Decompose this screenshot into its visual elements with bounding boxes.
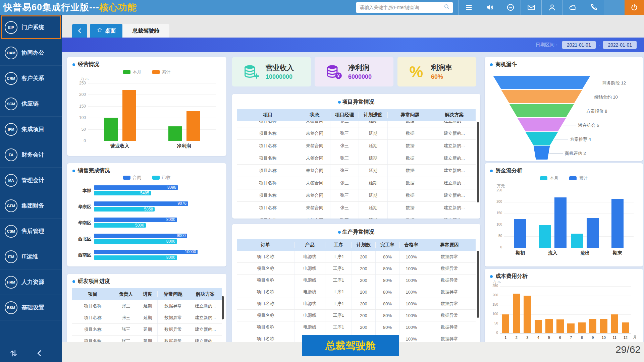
sidebar-item-ma[interactable]: MA管理会计 <box>0 168 62 193</box>
sidebar-item-oam[interactable]: OAM协同办公 <box>0 40 62 66</box>
cell: 工序1 <box>325 263 351 274</box>
sidebar-item-bsm[interactable]: BSM基础设置 <box>0 295 62 320</box>
y-tick-label: 100 <box>75 115 86 120</box>
bar <box>545 319 553 333</box>
table-row[interactable]: 项目名称未签合同张三延期数据建立新的... <box>237 165 476 177</box>
cell: 工序1 <box>325 275 351 286</box>
panel-title-row: 研发项目进度 <box>67 274 226 286</box>
gridline <box>88 106 216 107</box>
sidebar-item-fa[interactable]: FA财务会计 <box>0 142 62 168</box>
sidebar-item-crm[interactable]: CRM客户关系 <box>0 66 62 91</box>
table-row[interactable]: 项目名称未签合同张三延期数据建立新的... <box>237 189 476 202</box>
search-input[interactable] <box>359 4 443 10</box>
table-row[interactable]: 项目名称未签合同张三延期数据建立新的... <box>237 152 476 165</box>
scrollbar-thumb[interactable] <box>222 296 224 319</box>
table-row[interactable]: 项目名称电源线工序120080%100%数据异常 <box>237 298 476 310</box>
panel-sales-completion: 销售完成情况 合同已收本部80985485华东区90765858华南区80005… <box>67 163 226 266</box>
table-row[interactable]: 项目名称张三延期数据异常建立新的... <box>72 312 222 324</box>
cost-analysis-chart: 万元050100150200250123456789101112月 <box>485 279 643 342</box>
im-icon[interactable]: IM <box>500 0 521 15</box>
header-cell: 负责人 <box>114 291 138 297</box>
date-start-input[interactable]: 2021-01-01 <box>562 41 596 49</box>
sidebar-item-label: IT运维 <box>21 253 38 260</box>
bar <box>587 218 599 248</box>
speaker-icon[interactable] <box>479 0 500 15</box>
sidebar-item-label: 财务会计 <box>21 151 44 159</box>
table-row[interactable]: 项目名称电源线工序120080%100%数据异常 <box>237 263 476 275</box>
legend-item: 本月 <box>540 175 558 181</box>
y-tick-label: 150 <box>75 104 86 109</box>
panel-business-overview: 经营情况 本月累计万元050100150200250营业收入净利润 <box>67 57 226 156</box>
sidebar-item-ipm[interactable]: IPM集成项目 <box>0 117 62 142</box>
power-icon[interactable] <box>625 0 644 15</box>
table-row[interactable]: 项目名称电源线工序120080%100%数据异常 <box>237 251 476 263</box>
table-row[interactable]: 项目名称张三延期数据异常建立新的... <box>72 300 222 312</box>
back-arrow-button[interactable] <box>72 24 87 38</box>
tab-cockpit-label: 总裁驾驶舱 <box>132 27 159 35</box>
chart-plot: 050100150200250期初流入流出期末 <box>504 191 634 248</box>
search-icon[interactable] <box>443 3 450 11</box>
sidebar-item-hrm[interactable]: HRM人力资源 <box>0 269 62 295</box>
funnel-connector-line <box>554 139 568 139</box>
kpi-label: 利润率 <box>431 63 452 72</box>
scrollbar-thumb[interactable] <box>477 251 479 318</box>
cloud-icon[interactable] <box>562 0 583 15</box>
table-row[interactable]: 项目名称张三延期数据异常建立新的... <box>72 324 222 336</box>
table-row[interactable]: 项目名称电源线工序120080%100%数据异常 <box>237 275 476 286</box>
table-row[interactable]: 项目名称未签合同张三延期数据建立新的... <box>237 177 476 189</box>
bar: 5000 <box>94 223 146 228</box>
y-tick-label: 100 <box>487 312 498 316</box>
sidebar-item-csm[interactable]: CSM售后管理 <box>0 219 62 244</box>
table-row[interactable]: 项目名称张三延期数据异常建立新的... <box>72 336 222 342</box>
kpi-text: 营业收入 10000000 <box>266 63 294 80</box>
list-icon[interactable] <box>458 0 479 15</box>
cell: 延期 <box>359 140 387 152</box>
gridline <box>500 333 631 334</box>
sidebar-item-gfm[interactable]: GFM集团财务 <box>0 193 62 219</box>
cell: 未签合同 <box>299 214 330 219</box>
table-header-row: 订单产品工序计划数完工率合格率异常原因 <box>237 239 476 251</box>
cell: 数据 <box>387 140 433 152</box>
legend-item: 累计 <box>152 69 171 75</box>
table-row[interactable]: 项目名称电源线工序120080%100%数据异常 <box>237 321 476 333</box>
cell: 张三 <box>330 202 359 214</box>
bar: 9076 <box>94 201 188 206</box>
x-category-label: 10 <box>598 336 609 340</box>
x-category-label: 期初 <box>504 250 537 256</box>
cell: 数据 <box>387 127 433 139</box>
cell: 数据异常 <box>157 324 189 335</box>
user-icon[interactable] <box>541 0 562 15</box>
sidebar-item-itm[interactable]: ITMIT运维 <box>0 244 62 269</box>
phone-icon[interactable] <box>583 0 604 15</box>
tab-desktop[interactable]: 桌面 <box>90 24 122 38</box>
cell: 延期 <box>359 152 387 164</box>
sidebar-item-label: 基础设置 <box>21 304 44 311</box>
header-cell: 异常问题 <box>387 112 433 118</box>
table-row[interactable]: 项目名称未签合同张三延期数据建立新的... <box>237 202 476 214</box>
bar <box>578 322 586 333</box>
mail-icon[interactable] <box>521 0 541 15</box>
scrollbar-thumb[interactable] <box>477 122 479 202</box>
table-row[interactable]: 项目名称未签合同张三延期数据建立新的... <box>237 140 476 152</box>
sidebar-item-scm[interactable]: SCM供应链 <box>0 91 62 117</box>
sidebar-item-label: 集团财务 <box>21 202 44 209</box>
table-row[interactable]: 项目名称未签合同张三延期数据建立新的... <box>237 127 476 140</box>
table-row[interactable]: 项目名称电源线工序120080%100%数据异常 <box>237 310 476 321</box>
panel-rd-progress: 研发项目进度 项目负责人进度异常问题解决方案项目名称张三延期数据异常建立新的..… <box>67 274 226 342</box>
table-row[interactable]: 项目名称未签合同张三延期数据建立新的... <box>237 121 476 127</box>
table-row[interactable]: 项目名称未签合同张三延期数据建立新的... <box>237 214 476 219</box>
panel-title: 项目异常情况 <box>342 99 374 106</box>
collapse-sidebar-icon[interactable] <box>35 349 44 359</box>
bar-value-label: 5000 <box>135 223 144 228</box>
date-end-input[interactable]: 2022-01-01 <box>603 41 637 49</box>
cell: 项目名称 <box>237 310 294 321</box>
sidebar-item-eip[interactable]: EIP门户系统 <box>0 15 62 40</box>
tab-cockpit[interactable]: 总裁驾驶舱 <box>122 24 169 38</box>
table-row[interactable]: 项目名称电源线工序120080%100%数据异常 <box>237 286 476 298</box>
y-tick-label: 50 <box>487 321 498 325</box>
module-badge-icon: CSM <box>5 225 17 238</box>
sidebar: EIP门户系统OAM协同办公CRM客户关系SCM供应链IPM集成项目FA财务会计… <box>0 15 62 362</box>
x-category-label: 8 <box>577 336 588 340</box>
table-body: 项目名称张三延期数据异常建立新的...项目名称张三延期数据异常建立新的...项目… <box>72 300 222 342</box>
swap-vertical-icon[interactable] <box>9 349 18 359</box>
